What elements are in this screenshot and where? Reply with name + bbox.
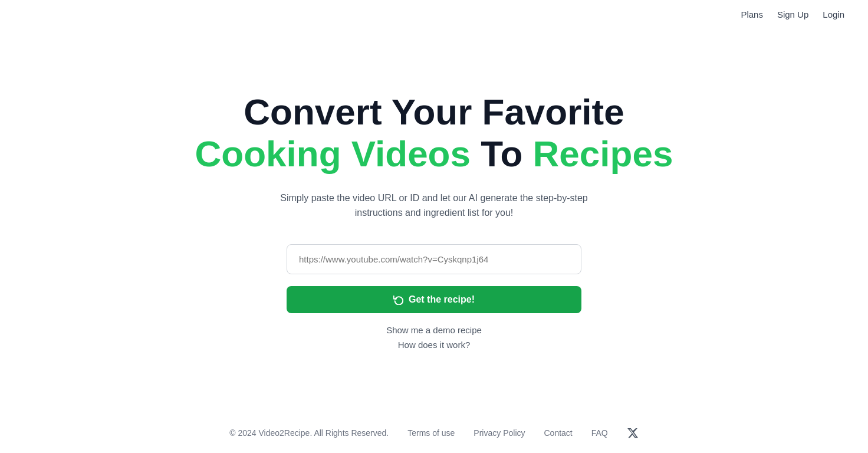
- footer: © 2024 Video2Recipe. All Rights Reserved…: [0, 413, 868, 453]
- hero-title-line2: Cooking Videos To Recipes: [195, 132, 673, 176]
- demo-recipe-link[interactable]: Show me a demo recipe: [386, 325, 482, 335]
- main-content: Convert Your Favorite Cooking Videos To …: [0, 29, 868, 413]
- get-recipe-button[interactable]: Get the recipe!: [287, 286, 581, 313]
- footer-faq-link[interactable]: FAQ: [591, 428, 608, 438]
- twitter-icon: [627, 427, 639, 439]
- navbar: Plans Sign Up Login: [0, 0, 868, 29]
- hero-subtitle: Simply paste the video URL or ID and let…: [263, 191, 605, 221]
- hero-title-line1: Convert Your Favorite: [244, 92, 624, 132]
- nav-plans[interactable]: Plans: [741, 9, 763, 19]
- hero-title-to: To: [481, 133, 522, 174]
- footer-copyright: © 2024 Video2Recipe. All Rights Reserved…: [229, 428, 389, 438]
- twitter-link[interactable]: [627, 427, 639, 439]
- hero-title-videos: Videos: [351, 133, 471, 174]
- cta-button-label: Get the recipe!: [409, 294, 475, 305]
- refresh-icon: [393, 294, 404, 305]
- nav-login[interactable]: Login: [823, 9, 844, 19]
- url-input-container: [287, 244, 581, 274]
- nav-signup[interactable]: Sign Up: [777, 9, 808, 19]
- video-url-input[interactable]: [287, 244, 581, 274]
- footer-contact-link[interactable]: Contact: [544, 428, 573, 438]
- how-it-works-link[interactable]: How does it work?: [398, 340, 471, 350]
- hero-title-cooking: Cooking: [195, 133, 341, 174]
- footer-terms-link[interactable]: Terms of use: [407, 428, 455, 438]
- hero-title-recipes: Recipes: [533, 133, 673, 174]
- footer-privacy-link[interactable]: Privacy Policy: [474, 428, 525, 438]
